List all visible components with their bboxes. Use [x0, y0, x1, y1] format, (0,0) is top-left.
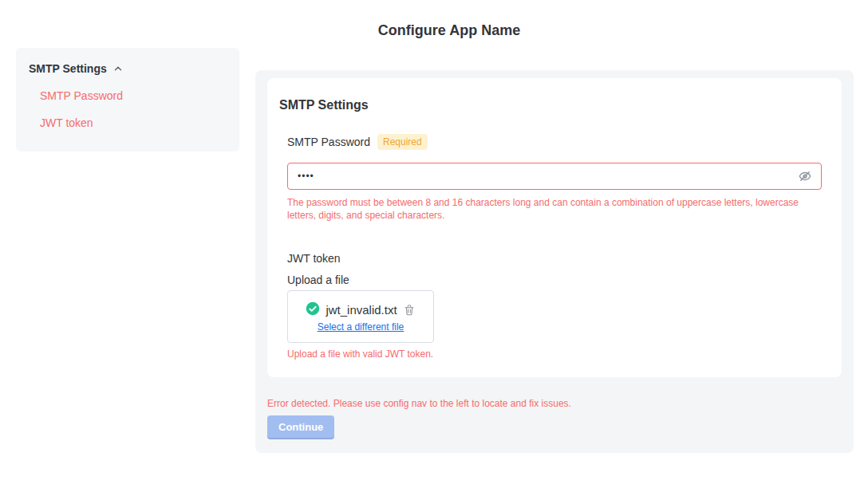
chevron-up-icon: [112, 63, 124, 74]
trash-icon[interactable]: [403, 303, 416, 317]
config-nav: SMTP Settings SMTP Password JWT token: [16, 48, 239, 152]
form-error-text: Error detected. Please use config nav to…: [267, 397, 854, 410]
select-different-file-link[interactable]: Select a different file: [318, 321, 404, 333]
file-upload-box: jwt_invalid.txt Select a different fi: [287, 290, 434, 343]
sidebar-section-label: SMTP Settings: [29, 63, 107, 74]
uploaded-file-name: jwt_invalid.txt: [326, 303, 397, 317]
uploaded-file-row: jwt_invalid.txt: [306, 301, 415, 319]
continue-button[interactable]: Continue: [267, 415, 334, 438]
sidebar-item-jwt-token[interactable]: JWT token: [40, 117, 227, 128]
jwt-token-label: JWT token: [287, 250, 822, 266]
required-badge: Required: [377, 134, 428, 150]
password-input-wrap: [287, 163, 822, 190]
upload-file-label: Upload a file: [287, 272, 822, 288]
smtp-settings-card: SMTP Settings SMTP Password Required The…: [267, 78, 842, 377]
card-heading: SMTP Settings: [279, 97, 830, 113]
config-panel: SMTP Settings SMTP Password Required The…: [255, 70, 854, 453]
smtp-password-input[interactable]: [287, 163, 822, 190]
page-title: Configure App Name: [0, 22, 868, 39]
password-helper-text: The password must be between 8 and 16 ch…: [287, 196, 810, 222]
smtp-form: SMTP Password Required The password must…: [287, 134, 822, 360]
sidebar-section-smtp-settings[interactable]: SMTP Settings: [29, 63, 227, 74]
password-label-row: SMTP Password Required: [287, 134, 822, 150]
eye-off-icon[interactable]: [798, 169, 812, 183]
check-circle-icon: [306, 301, 320, 319]
smtp-password-label: SMTP Password: [287, 136, 370, 148]
jwt-error-text: Upload a file with valid JWT token.: [287, 348, 822, 360]
sidebar-item-smtp-password[interactable]: SMTP Password: [40, 90, 227, 101]
